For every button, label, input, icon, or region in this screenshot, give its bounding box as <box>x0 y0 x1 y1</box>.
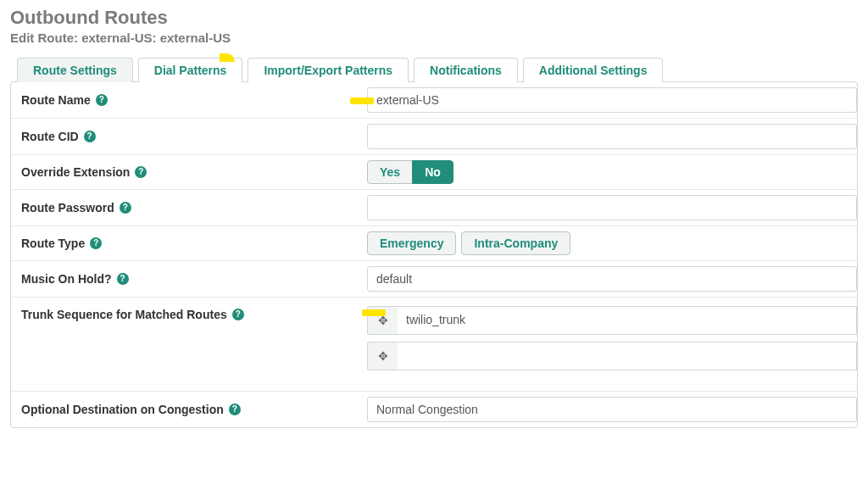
tab-additional-settings[interactable]: Additional Settings <box>523 58 664 82</box>
override-extension-toggle: Yes No <box>367 160 453 184</box>
help-icon[interactable]: ? <box>96 94 108 106</box>
trunk-row: ✥ <box>367 342 857 370</box>
help-icon[interactable]: ? <box>90 237 102 249</box>
override-no-button[interactable]: No <box>412 160 453 184</box>
label-override-extension: Override Extension <box>21 165 130 179</box>
label-route-cid: Route CID <box>21 130 79 143</box>
trunk-select-2[interactable] <box>398 342 857 370</box>
row-moh: Music On Hold? ? default <box>11 261 857 298</box>
help-icon[interactable]: ? <box>84 131 96 142</box>
congestion-select[interactable]: Normal Congestion <box>367 397 857 422</box>
row-route-name: Route Name ? <box>11 82 857 119</box>
route-name-input[interactable] <box>367 87 857 113</box>
route-cid-input[interactable] <box>367 124 857 149</box>
route-password-input[interactable] <box>367 195 857 220</box>
page-title: Outbound Routes <box>10 7 858 29</box>
tabs: Route Settings Dial Patterns Import/Expo… <box>17 57 858 81</box>
label-route-type: Route Type <box>21 237 85 250</box>
highlight-icon <box>350 97 374 104</box>
trunk-select-1[interactable]: twilio_trunk <box>398 306 857 335</box>
label-moh: Music On Hold? <box>21 272 112 286</box>
help-icon[interactable]: ? <box>117 273 129 285</box>
highlight-icon <box>362 309 386 316</box>
route-type-intra-button[interactable]: Intra-Company <box>461 231 570 255</box>
tab-import-export[interactable]: Import/Export Patterns <box>248 58 409 82</box>
help-icon[interactable]: ? <box>120 202 131 214</box>
trunk-row: ✥ twilio_trunk <box>367 306 857 335</box>
help-icon[interactable]: ? <box>135 166 147 178</box>
label-route-password: Route Password <box>21 201 114 214</box>
label-route-name: Route Name <box>21 93 91 107</box>
settings-panel: Route Name ? Route CID ? Override Extens… <box>10 81 858 428</box>
tab-route-settings[interactable]: Route Settings <box>17 58 133 82</box>
route-type-emergency-button[interactable]: Emergency <box>367 231 456 255</box>
row-route-cid: Route CID ? <box>11 119 857 155</box>
help-icon[interactable]: ? <box>232 309 244 320</box>
help-icon[interactable]: ? <box>229 404 241 415</box>
row-trunk-sequence: Trunk Sequence for Matched Routes ? ✥ tw… <box>11 298 857 392</box>
override-yes-button[interactable]: Yes <box>367 160 412 184</box>
moh-select[interactable]: default <box>367 266 857 292</box>
row-override-extension: Override Extension ? Yes No <box>11 155 857 190</box>
row-route-password: Route Password ? <box>11 190 857 226</box>
label-trunk-sequence: Trunk Sequence for Matched Routes <box>21 308 227 321</box>
tab-notifications[interactable]: Notifications <box>414 58 518 82</box>
page-subtitle: Edit Route: external-US: external-US <box>10 31 858 45</box>
row-congestion: Optional Destination on Congestion ? Nor… <box>11 392 857 427</box>
highlight-icon <box>220 53 235 62</box>
label-congestion: Optional Destination on Congestion <box>21 403 224 416</box>
row-route-type: Route Type ? Emergency Intra-Company <box>11 226 857 261</box>
move-icon[interactable]: ✥ <box>367 342 398 370</box>
